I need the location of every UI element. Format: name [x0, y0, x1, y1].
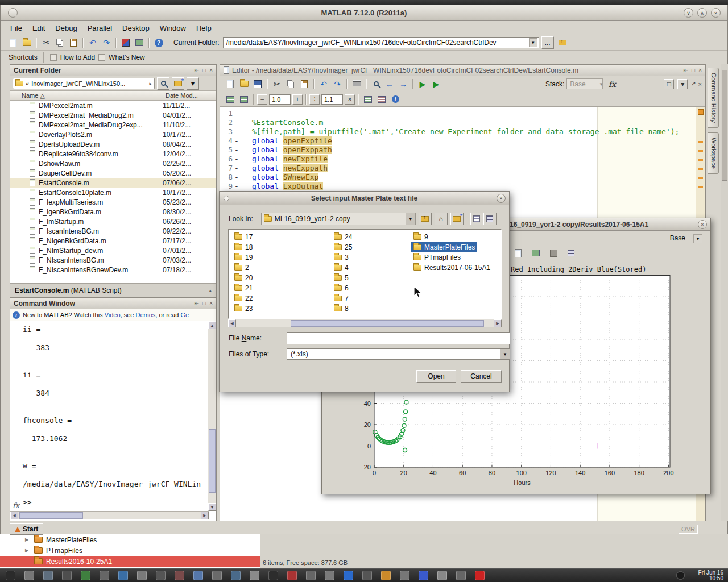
taskbar-app-icon[interactable]: [175, 571, 184, 580]
command-window-content[interactable]: ii = 383 ii = 384 fhconsole = 173.1062 w…: [10, 321, 208, 511]
value-step-field[interactable]: 1.0: [269, 94, 291, 105]
redo-icon[interactable]: ↷: [331, 78, 344, 90]
clock-icon[interactable]: [676, 571, 685, 580]
run-section-icon[interactable]: ▶: [430, 78, 442, 90]
folder-item[interactable]: 4: [332, 263, 351, 273]
taskbar-app-icon[interactable]: [456, 571, 466, 580]
minimize-button[interactable]: ∨: [684, 8, 693, 18]
guide-icon[interactable]: [133, 36, 146, 49]
up-one-level-button[interactable]: [419, 213, 432, 225]
command-window-vscrollbar[interactable]: ▲ ▼: [208, 321, 216, 511]
file-row[interactable]: DReplicate96to384conv.m12/04/2...: [10, 149, 216, 159]
taskbar-app-icon[interactable]: [137, 571, 147, 580]
dropdown-icon[interactable]: ▾: [406, 213, 415, 225]
search-button[interactable]: [157, 77, 169, 90]
taskbar-app-icon[interactable]: [156, 571, 166, 580]
save-icon[interactable]: [251, 78, 264, 90]
new-figure-icon[interactable]: [512, 247, 524, 259]
close-dialog-button[interactable]: ×: [497, 194, 506, 203]
taskbar-app-icon[interactable]: [400, 571, 410, 580]
hscrollbar-thumb[interactable]: [19, 512, 83, 519]
new-script-icon[interactable]: [7, 36, 19, 49]
files-of-type-select[interactable]: (*.xls) ▾: [287, 348, 510, 360]
file-list-column-headers[interactable]: Name △ Date Mod...: [10, 91, 216, 101]
dropdown-icon[interactable]: ▾: [693, 234, 702, 243]
dock-icon[interactable]: ⇤: [195, 300, 199, 306]
list-view-button[interactable]: [470, 213, 483, 225]
open-file-icon[interactable]: [20, 36, 33, 49]
paste-icon[interactable]: [67, 36, 80, 49]
split-view-button[interactable]: □: [664, 79, 674, 89]
current-folder-field[interactable]: /media/data/EASY/InovImager_jwrCF_WINLin…: [223, 37, 539, 48]
maximize-panel-icon[interactable]: □: [692, 67, 695, 73]
close-figure-button[interactable]: ×: [698, 220, 707, 229]
expander-icon[interactable]: ▶: [25, 537, 31, 542]
collapse-detail-icon[interactable]: ▴: [209, 288, 212, 293]
scroll-down-button[interactable]: ▼: [208, 503, 216, 511]
paste-icon[interactable]: [298, 78, 311, 90]
taskbar-app-icon[interactable]: [362, 571, 372, 580]
column-name[interactable]: Name △: [10, 92, 163, 99]
cut-icon[interactable]: ✂: [271, 78, 283, 90]
open-button[interactable]: Open: [416, 370, 456, 383]
cut-icon[interactable]: ✂: [40, 36, 52, 49]
menu-help[interactable]: Help: [191, 22, 217, 34]
folder-item[interactable]: 17: [232, 232, 255, 242]
taskbar-app-icon[interactable]: [43, 571, 53, 580]
close-panel-icon[interactable]: ×: [698, 67, 702, 73]
folder-item[interactable]: 9: [411, 232, 431, 242]
code-line[interactable]: 3%[file,path] = uiputfile('.mat','Create…: [220, 127, 696, 136]
scrollbar-thumb[interactable]: [722, 70, 727, 181]
taskbar-app-icon[interactable]: [6, 571, 15, 580]
menu-file[interactable]: File: [5, 22, 27, 34]
window-titlebar[interactable]: MATLAB 7.12.0 (R2011a) ∨ ∧ ×: [1, 5, 727, 21]
code-line[interactable]: 1: [220, 109, 696, 118]
folder-item[interactable]: 5: [332, 273, 351, 283]
folder-item[interactable]: Results2017-06-15A1: [411, 263, 493, 273]
maximize-panel-icon[interactable]: □: [202, 67, 206, 73]
taskbar-app-icon[interactable]: [231, 571, 241, 580]
go-forward-icon[interactable]: →: [397, 78, 410, 90]
mlint-status-icon[interactable]: [698, 109, 704, 115]
command-window-header[interactable]: Command Window ⇤ □ ×: [10, 298, 216, 309]
mlint-warning-tick[interactable]: [698, 168, 703, 170]
code-line[interactable]: 7-global newExppath: [220, 164, 696, 173]
new-icon[interactable]: [224, 78, 237, 90]
close-panel-icon[interactable]: ×: [209, 67, 213, 73]
how-to-add-link[interactable]: How to Add: [60, 53, 95, 61]
video-link[interactable]: Video: [105, 311, 121, 318]
split-dropdown-button[interactable]: ▾: [677, 79, 688, 89]
value-increment-button[interactable]: +: [292, 94, 303, 105]
cell-divider-icon[interactable]: [238, 93, 250, 106]
dropdown-icon[interactable]: ▾: [500, 349, 510, 359]
scroll-up-button[interactable]: ▲: [208, 321, 216, 329]
code-line[interactable]: 8-global SWnewExp: [220, 173, 696, 182]
new-folder-button[interactable]: [172, 77, 184, 90]
maximize-panel-icon[interactable]: □: [202, 300, 206, 306]
menu-debug[interactable]: Debug: [50, 22, 82, 34]
file-row[interactable]: DMPexcel2mat.m11/11/2...: [10, 101, 216, 110]
close-panel-icon[interactable]: ×: [209, 300, 213, 306]
file-row[interactable]: DMPexcel2mat_MediaDrug2exp...11/10/2...: [10, 120, 216, 130]
editor-header[interactable]: Editor - /media/data/EASY/InovImager_jwr…: [220, 65, 705, 76]
taskbar-app-icon[interactable]: [250, 571, 259, 580]
look-in-combo[interactable]: MI 16_0919_yor1-2 copy ▾: [261, 213, 416, 225]
folder-item[interactable]: 19: [232, 252, 255, 263]
folder-item[interactable]: 3: [332, 252, 351, 263]
getting-started-link[interactable]: Ge: [180, 311, 189, 318]
whats-new-link[interactable]: What's New: [109, 53, 145, 61]
start-button[interactable]: Start: [10, 523, 43, 535]
cell-tools-icon[interactable]: [375, 93, 388, 106]
hscrollbar-thumb[interactable]: [291, 320, 484, 327]
folder-item[interactable]: 8: [332, 304, 351, 314]
fx-indicator[interactable]: fx: [13, 501, 19, 510]
file-row[interactable]: DpertsUploadDev.m08/04/2...: [10, 139, 216, 149]
dock-tab-workspace[interactable]: Workspace: [708, 132, 719, 174]
file-browser-row[interactable]: Results2016-10-25A1: [0, 556, 260, 567]
copy-icon[interactable]: [284, 78, 297, 90]
current-folder-dropdown-icon[interactable]: ▾: [529, 38, 537, 47]
file-row[interactable]: F_ImStartup.m06/26/2...: [10, 217, 216, 226]
code-line[interactable]: 9-global ExpOutmat: [220, 182, 696, 191]
file-row[interactable]: F_IexpMultiTseries.m05/23/2...: [10, 197, 216, 207]
breadcrumb[interactable]: « InovImager_jwrCF_WINLinx150... ▸: [13, 78, 155, 89]
